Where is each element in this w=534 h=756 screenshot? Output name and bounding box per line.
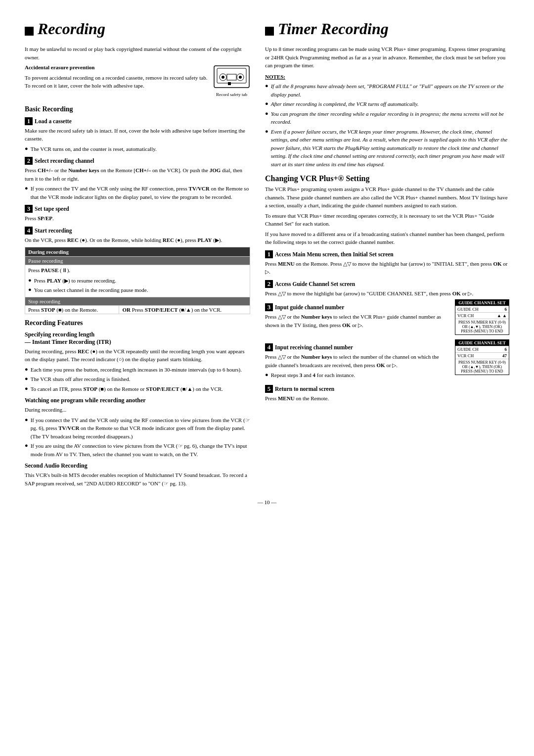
specifying-text: During recording, press REC (●) on the V… [25,347,250,364]
note-2: ● After timer recording is completed, th… [265,100,509,108]
second-audio-text: This VCR's built-in MTS decoder enables … [25,471,250,487]
vcr-step-2-header: 2 Access Guide Channel Set screen [265,280,509,288]
vcr-step-4-block: 4 Input receiving channel number Press △… [265,339,509,381]
note-3-text: You can program the timer recording whil… [271,110,509,126]
vcr-step-3-text: Press △▽ or the Number keys to select th… [265,313,450,329]
step-3-num: 3 [25,205,33,213]
timer-title-block [265,27,274,36]
vcr-ch-val: ▲ ▲ [497,313,507,318]
page-layout: Recording It may be unlawful to record o… [25,20,509,489]
recording-intro: It may be unlawful to record or play bac… [25,45,250,61]
vcr-step-3-title: Input guide channel number [275,304,344,310]
specifying-bullet-1: ● Each time you press the button, record… [25,366,250,374]
svg-rect-7 [228,82,231,85]
vcr-ch-label: VCR CH [457,313,474,318]
specifying-bullet-3: ● To cancel an ITR, press STOP (■) on th… [25,385,250,393]
vcr-step-3-content: 3 Input guide channel number Press △▽ or… [265,299,450,331]
vcr-ch-label-4: VCR CH [457,353,474,358]
during-recording-table: During recording Pause recording Press P… [25,247,250,314]
svg-rect-1 [217,68,246,83]
guide-diagram-4: GUIDE CHANNEL SET GUIDE CH 6 VCR CH 47 P… [455,339,509,377]
notes-header: NOTES: [265,73,509,81]
step-4-header: 4 Start recording [25,227,250,235]
note-2-text: After timer recording is completed, the … [271,100,419,108]
pause-bullet-2: ● You can select channel in the recordin… [28,286,247,294]
step-4-title: Start recording [35,228,72,234]
vcr-step-3-header: 3 Input guide channel number [265,303,450,311]
pause-header: Pause recording [25,257,250,265]
timer-intro: Up to 8 timer recording programs can be … [265,45,509,70]
vcr-step-1-header: 1 Access Main Menu screen, then Initial … [265,250,509,258]
vcr-step-5-title: Return to normal screen [275,386,334,392]
svg-point-4 [222,76,224,79]
step-1-title: Load a cassette [35,118,72,124]
guide-ch-label-4: GUIDE CH [457,347,479,352]
recording-title-block [25,27,34,36]
vcr-step-4-bullet-text: Repeat steps 3 and 4 for each instance. [271,371,355,379]
specifying-bullet-2-text: The VCR shuts off after recording is fin… [31,375,131,383]
step-1-text: Make sure the record safety tab is intac… [25,127,250,143]
watching-bullet-1: ● If you connect the TV and the VCR only… [25,416,250,441]
note-1: ● If all the 8 programs have already bee… [265,82,509,98]
accidental-text-block: Accidental erasure prevention To prevent… [25,63,208,92]
vcr-ch-val-4: 47 [502,353,507,358]
basic-recording-title: Basic Recording [25,105,250,113]
vcr-step-5-text: Press MENU on the Remote. [265,394,509,403]
second-audio-title: Second Audio Recording [25,462,250,470]
note-1-text: If all the 8 programs have already been … [271,82,509,98]
watching-bullet-2: ● If you are using the AV connection to … [25,442,250,458]
changing-vcr-title: Changing VCR Plus+® Setting [265,174,509,183]
recording-title: Recording [38,20,105,38]
specifying-title: Specifying recording length — Instant Ti… [25,331,250,346]
guide-box-4-row2: VCR CH 47 [455,352,509,359]
pause-bullet-1-text: Press PLAY (▶) to resume recording. [34,277,116,285]
changing-vcr-detail: To ensure that VCR Plus+ timer recording… [265,212,509,228]
left-column: Recording It may be unlawful to record o… [25,20,250,489]
vcr-step-4-title: Input receiving channel number [275,344,353,350]
accidental-block: Accidental erasure prevention To prevent… [25,63,250,100]
pause-bullet-1: ● Press PLAY (▶) to resume recording. [28,277,247,285]
vcr-step-1-title: Access Main Menu screen, then Initial Se… [275,251,394,257]
guide-box-3-row2: VCR CH ▲ ▲ [455,312,509,319]
svg-point-5 [239,76,242,79]
step-1-header: 1 Load a cassette [25,117,250,125]
watching-bullet-2-text: If you are using the AV connection to vi… [31,442,250,458]
step-3-text: Press SP/EP. [25,214,250,223]
vcr-step-4-text: Press △▽ or the Number keys to select th… [265,353,450,369]
guide-diagram-3: GUIDE CHANNEL SET GUIDE CH 6 VCR CH ▲ ▲ … [455,299,509,337]
step-1-bullet-1: ● The VCR turns on, and the counter is r… [25,145,250,153]
guide-box-3-header: GUIDE CHANNEL SET [455,300,509,306]
vcr-step-4-header: 4 Input receiving channel number [265,343,450,351]
vcr-step-5-header: 5 Return to normal screen [265,385,509,393]
vcr-step-4-bullet: ● Repeat steps 3 and 4 for each instance… [265,371,450,379]
table-header: During recording [25,247,250,257]
specifying-bullet-1-text: Each time you press the button, recordin… [31,366,242,374]
note-4: ● Even if a power failure occurs, the VC… [265,128,509,169]
vcr-step-4-content: 4 Input receiving channel number Press △… [265,339,450,381]
stop-vcr: OR Press STOP/EJECT (■/▲) on the VCR. [119,305,250,314]
accidental-text: To prevent accidental recording on a rec… [25,74,208,90]
svg-rect-6 [227,74,236,80]
pause-bullet-2-text: You can select channel in the recording … [34,286,148,294]
cassette-diagram: Record safety tab [213,63,250,100]
guide-ch-label: GUIDE CH [457,307,479,312]
stop-remote: Press STOP (■) on the Remote. [25,305,119,314]
note-4-text: Even if a power failure occurs, the VCR … [271,128,509,169]
vcr-step-3-num: 3 [265,303,273,311]
vcr-step-1-text: Press MENU on the Remote. Press △▽ to mo… [265,260,509,276]
recording-features-title: Recording Features [25,319,250,327]
guide-ch-val-4: 6 [505,347,507,352]
watching-bullet-1-text: If you connect the TV and the VCR only u… [31,416,250,441]
step-2-bullet-text: If you connect the TV and the VCR only u… [31,185,250,201]
vcr-step-3-block: 3 Input guide channel number Press △▽ or… [265,299,509,339]
watching-intro: During recording... [25,406,250,414]
cassette-caption: Record safety tab [213,92,250,98]
guide-box-3-row1: GUIDE CH 6 [455,306,509,312]
vcr-step-2-text: Press △▽ to move the highlight bar (arro… [265,289,509,298]
step-2-title: Select recording channel [35,158,94,164]
step-2-header: 2 Select recording channel [25,157,250,165]
step-4-text: On the VCR, press REC (●). Or on the Rem… [25,236,250,244]
step-4-num: 4 [25,227,33,235]
step-3-title: Set tape speed [35,206,69,212]
vcr-step-5-num: 5 [265,385,273,393]
